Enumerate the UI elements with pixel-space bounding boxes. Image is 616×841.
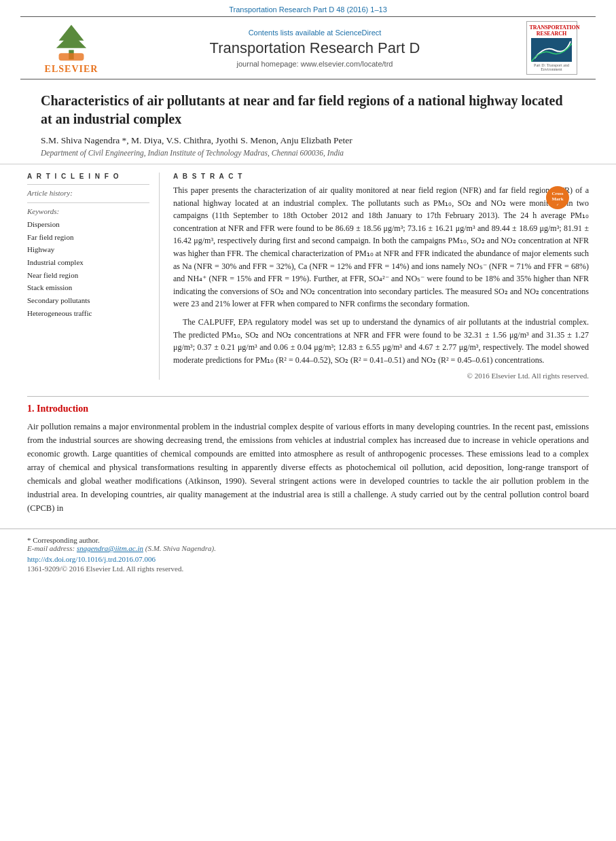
- article-title: Characteristics of air pollutants at nea…: [41, 92, 575, 128]
- copyright-line: © 2016 Elsevier Ltd. All rights reserved…: [173, 372, 589, 380]
- journal-header: ELSEVIER Contents lists available at Sci…: [20, 16, 596, 79]
- keyword-nearfield: Near field region: [27, 269, 149, 282]
- doi-link[interactable]: http://dx.doi.org/10.1016/j.trd.2016.07.…: [27, 555, 589, 563]
- abstract-column: A B S T R A C T This paper presents the …: [173, 173, 589, 380]
- article-authors: S.M. Shiva Nagendra *, M. Diya, V.S. Chi…: [41, 135, 575, 146]
- svg-text:Mark: Mark: [551, 196, 563, 202]
- svg-rect-3: [59, 53, 84, 60]
- article-info-column: A R T I C L E I N F O Article history: K…: [27, 173, 160, 380]
- journal-title: Transportation Research Part D: [109, 39, 521, 57]
- email-footnote: E-mail address: snagendra@iitm.ac.in (S.…: [27, 544, 589, 552]
- journal-homepage: journal homepage: www.elsevier.com/locat…: [109, 60, 521, 68]
- divider-1: [27, 184, 149, 185]
- keywords-label: Keywords:: [27, 207, 149, 215]
- divider-2: [27, 202, 149, 203]
- keyword-industrial: Industrial complex: [27, 256, 149, 269]
- issn-line: 1361-9209/© 2016 Elsevier Ltd. All right…: [27, 565, 589, 573]
- intro-text: Air pollution remains a major environmen…: [27, 420, 589, 515]
- article-history-label: Article history:: [27, 189, 149, 197]
- abstract-text: This paper presents the characterization…: [173, 184, 589, 366]
- corresponding-author-note: * Corresponding author.: [27, 536, 589, 544]
- article-affiliation: Department of Civil Engineering, Indian …: [41, 149, 575, 157]
- science-direct-info: Contents lists available at ScienceDirec…: [109, 29, 521, 37]
- author-email-link[interactable]: snagendra@iitm.ac.in: [77, 544, 143, 552]
- abstract-paragraph-1: This paper presents the characterization…: [173, 184, 589, 310]
- journal-logo-right: TRANSPORTATION RESEARCH Part D: Transpor…: [521, 21, 582, 75]
- svg-text:✓: ✓: [556, 203, 559, 207]
- footnote-area: * Corresponding author. E-mail address: …: [0, 529, 616, 579]
- keyword-hetero: Heterogeneous traffic: [27, 307, 149, 320]
- section-divider: [27, 396, 589, 397]
- keyword-farfield: Far field region: [27, 231, 149, 244]
- elsevier-wordmark: ELSEVIER: [45, 64, 98, 75]
- keyword-secondary: Secondary pollutants: [27, 294, 149, 307]
- keywords-list: Dispersion Far field region Highway Indu…: [27, 218, 149, 320]
- abstract-paragraph-2: The CALPUFF, EPA regulatory model was se…: [173, 316, 589, 366]
- article-body: A R T I C L E I N F O Article history: K…: [0, 164, 616, 380]
- journal-reference[interactable]: Transportation Research Part D 48 (2016)…: [0, 0, 616, 16]
- abstract-label: A B S T R A C T: [173, 173, 589, 180]
- keyword-stack: Stack emission: [27, 281, 149, 294]
- svg-text:Cross: Cross: [552, 191, 564, 196]
- keyword-highway: Highway: [27, 243, 149, 256]
- article-info-label: A R T I C L E I N F O: [27, 173, 149, 180]
- science-direct-link[interactable]: ScienceDirect: [335, 29, 381, 37]
- article-title-section: Cross Mark ✓ Characteristics of air poll…: [0, 79, 616, 164]
- journal-center-info: Contents lists available at ScienceDirec…: [109, 29, 521, 68]
- tr-part-d-logo: TRANSPORTATION RESEARCH Part D: Transpor…: [526, 21, 577, 75]
- crossmark-badge[interactable]: Cross Mark ✓: [545, 185, 570, 210]
- keyword-dispersion: Dispersion: [27, 218, 149, 231]
- introduction-section: 1. Introduction Air pollution remains a …: [0, 380, 616, 515]
- intro-heading: 1. Introduction: [27, 404, 589, 414]
- elsevier-logo: ELSEVIER: [34, 22, 109, 75]
